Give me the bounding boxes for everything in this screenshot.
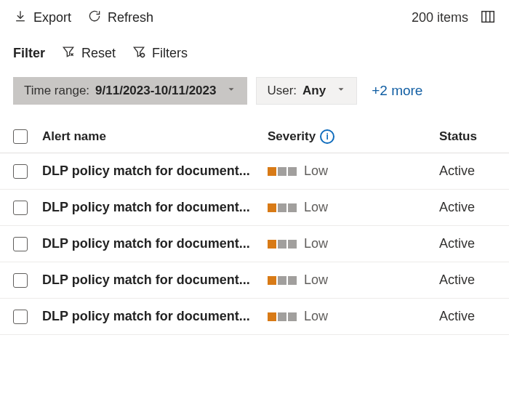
row-alert-name: DLP policy match for document... [42, 272, 268, 288]
svg-point-1 [141, 54, 145, 57]
filter-chips-row: Time range: 9/11/2023-10/11/2023 User: A… [0, 73, 509, 121]
row-severity: Low [268, 200, 384, 215]
row-severity-label: Low [304, 163, 328, 179]
row-severity: Low [268, 163, 384, 179]
svg-rect-0 [482, 12, 494, 23]
severity-bars-icon [268, 276, 297, 285]
export-button[interactable]: Export [13, 9, 71, 27]
row-severity-label: Low [304, 200, 328, 215]
table-row[interactable]: DLP policy match for document... Low Act… [0, 190, 509, 226]
row-checkbox[interactable] [13, 237, 28, 251]
row-status: Active [384, 200, 496, 215]
severity-bars-icon [268, 203, 297, 212]
severity-bars-icon [268, 312, 297, 321]
row-checkbox[interactable] [13, 201, 28, 215]
severity-bars-icon [268, 240, 297, 249]
time-range-chip[interactable]: Time range: 9/11/2023-10/11/2023 [13, 77, 247, 105]
row-severity: Low [268, 272, 384, 288]
row-severity-label: Low [304, 236, 328, 251]
row-checkbox[interactable] [13, 164, 28, 179]
table-row[interactable]: DLP policy match for document... Low Act… [0, 299, 509, 335]
row-alert-name: DLP policy match for document... [42, 200, 268, 215]
severity-bars-icon [268, 167, 297, 176]
select-all-checkbox[interactable] [13, 129, 28, 144]
table-header: Alert name Severity i Status [0, 121, 509, 153]
row-status: Active [384, 272, 496, 288]
items-count: 200 items [412, 10, 468, 25]
chevron-down-icon [222, 84, 236, 98]
user-chip-value: Any [302, 84, 326, 98]
funnel-clear-icon [61, 44, 76, 62]
refresh-icon [87, 9, 102, 27]
filters-label: Filters [152, 46, 188, 61]
column-status[interactable]: Status [384, 129, 496, 144]
column-alert-name[interactable]: Alert name [42, 129, 268, 144]
chevron-down-icon [332, 84, 346, 98]
row-alert-name: DLP policy match for document... [42, 236, 268, 251]
row-checkbox[interactable] [13, 310, 28, 324]
customize-columns-button[interactable] [480, 9, 496, 27]
row-status: Active [384, 309, 496, 324]
reset-label: Reset [81, 46, 116, 61]
column-severity-label: Severity [268, 129, 316, 144]
user-chip[interactable]: User: Any [256, 77, 357, 105]
row-severity: Low [268, 309, 384, 324]
refresh-button[interactable]: Refresh [87, 9, 153, 27]
row-checkbox[interactable] [13, 273, 28, 288]
row-severity-label: Low [304, 309, 328, 324]
time-range-chip-value: 9/11/2023-10/11/2023 [95, 84, 216, 98]
table-row[interactable]: DLP policy match for document... Low Act… [0, 226, 509, 262]
filter-row: Filter Reset Filters [0, 36, 509, 73]
time-range-chip-label: Time range: [24, 84, 89, 98]
row-status: Active [384, 236, 496, 251]
table-body: DLP policy match for document... Low Act… [0, 153, 509, 335]
export-label: Export [33, 10, 71, 25]
row-severity: Low [268, 236, 384, 251]
row-severity-label: Low [304, 272, 328, 288]
user-chip-label: User: [267, 84, 297, 98]
refresh-label: Refresh [108, 10, 153, 25]
table-row[interactable]: DLP policy match for document... Low Act… [0, 262, 509, 299]
row-alert-name: DLP policy match for document... [42, 163, 268, 179]
more-filters-link[interactable]: +2 more [372, 83, 422, 99]
toolbar: Export Refresh 200 items [0, 0, 509, 36]
row-alert-name: DLP policy match for document... [42, 309, 268, 324]
row-status: Active [384, 163, 496, 179]
reset-filter-button[interactable]: Reset [61, 44, 116, 62]
download-icon [13, 9, 28, 27]
filters-button[interactable]: Filters [132, 44, 188, 62]
info-icon[interactable]: i [320, 129, 334, 144]
filter-label: Filter [13, 46, 45, 61]
table-row[interactable]: DLP policy match for document... Low Act… [0, 153, 509, 190]
column-severity[interactable]: Severity i [268, 129, 384, 144]
funnel-settings-icon [132, 44, 146, 62]
